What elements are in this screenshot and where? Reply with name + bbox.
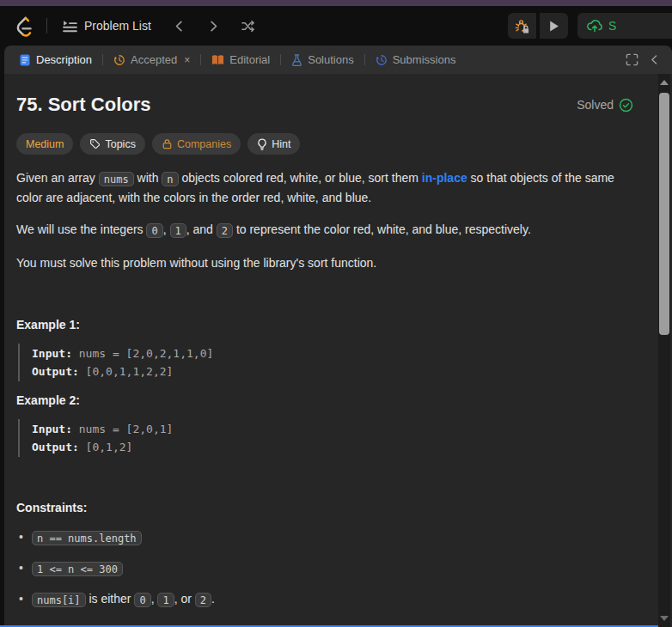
inline-code: nums[i] bbox=[32, 593, 86, 607]
flask-icon bbox=[291, 54, 302, 66]
cloud-upload-icon bbox=[586, 17, 603, 34]
inline-code: 1 bbox=[157, 593, 174, 607]
inline-code: 2 bbox=[195, 593, 211, 607]
problem-list-button[interactable]: Problem List bbox=[56, 14, 158, 39]
tab-editorial[interactable]: Editorial bbox=[205, 49, 276, 70]
submit-button[interactable]: S bbox=[577, 13, 672, 39]
tab-description-label: Description bbox=[36, 53, 92, 66]
tabbar-right-group bbox=[626, 53, 665, 66]
input-value: nums = [2,0,1] bbox=[72, 423, 173, 435]
chevron-left-icon bbox=[173, 20, 186, 33]
window-top-strip bbox=[0, 0, 672, 6]
output-value: [0,0,1,1,2,2] bbox=[79, 365, 174, 378]
inline-code: n bbox=[162, 172, 178, 186]
scrollbar-down-arrow[interactable] bbox=[658, 612, 670, 624]
next-problem-button[interactable] bbox=[201, 13, 227, 39]
topics-label: Topics bbox=[105, 138, 135, 150]
solved-status: Solved bbox=[577, 98, 633, 113]
tab-accepted[interactable]: Accepted × bbox=[107, 49, 196, 70]
lock-icon bbox=[162, 138, 173, 149]
input-label: Input: bbox=[32, 347, 72, 360]
chevron-right-icon bbox=[207, 20, 220, 33]
check-circle-icon bbox=[619, 98, 633, 113]
tab-submissions[interactable]: Submissions bbox=[370, 49, 462, 70]
inline-code: n == nums.length bbox=[32, 531, 142, 545]
fullscreen-icon bbox=[626, 53, 638, 66]
debugger-lock-icon bbox=[514, 18, 530, 34]
tab-divider bbox=[364, 54, 365, 65]
difficulty-badge[interactable]: Medium bbox=[16, 133, 73, 155]
constraint-item: n == nums.length bbox=[16, 527, 633, 547]
title-row: 75. Sort Colors Solved bbox=[16, 92, 633, 118]
problem-title: 75. Sort Colors bbox=[16, 92, 150, 118]
scrollbar-up-arrow[interactable] bbox=[658, 76, 670, 88]
tag-icon bbox=[89, 138, 101, 149]
problem-content: 75. Sort Colors Solved Medium Topics bbox=[4, 74, 659, 627]
example-2-label: Example 2: bbox=[16, 393, 633, 407]
submit-label: S bbox=[608, 19, 616, 33]
leetcode-logo-icon bbox=[13, 15, 34, 37]
inline-code: 1 <= n <= 300 bbox=[32, 562, 123, 576]
book-icon bbox=[211, 54, 224, 66]
description-icon bbox=[19, 54, 31, 66]
scrollbar-thumb[interactable] bbox=[659, 93, 669, 335]
chevron-left-icon bbox=[649, 54, 660, 65]
description-panel: Description Accepted × Editorial bbox=[4, 46, 672, 627]
companies-button[interactable]: Companies bbox=[152, 133, 241, 155]
inline-code: nums bbox=[99, 172, 134, 186]
example-2-block: Input: nums = [2,0,1] Output: [0,1,2] bbox=[18, 419, 633, 457]
input-label: Input: bbox=[32, 423, 72, 435]
run-button[interactable] bbox=[540, 13, 568, 39]
example-1-block: Input: nums = [2,0,2,1,1,0] Output: [0,0… bbox=[18, 344, 633, 381]
topics-button[interactable]: Topics bbox=[80, 133, 144, 155]
play-icon bbox=[547, 20, 560, 33]
output-value: [0,1,2] bbox=[79, 441, 133, 454]
inline-code: 0 bbox=[134, 593, 150, 607]
tab-solutions-label: Solutions bbox=[308, 53, 353, 66]
tab-divider bbox=[200, 54, 201, 65]
solved-label: Solved bbox=[577, 98, 614, 112]
close-icon[interactable]: × bbox=[184, 55, 190, 65]
problem-list-icon bbox=[63, 19, 77, 33]
lightbulb-icon bbox=[257, 138, 267, 150]
inline-code: 1 bbox=[170, 223, 186, 238]
inline-code: 2 bbox=[217, 223, 233, 238]
top-navbar: Problem List bbox=[0, 6, 672, 46]
random-problem-button[interactable] bbox=[235, 13, 261, 39]
example-1-label: Example 1: bbox=[16, 318, 633, 332]
description-paragraph-2: We will use the integers 0, 1, and 2 to … bbox=[16, 221, 633, 240]
tab-description[interactable]: Description bbox=[13, 49, 98, 70]
constraint-list: n == nums.length 1 <= n <= 300 nums[i] i… bbox=[16, 527, 633, 609]
tab-submissions-label: Submissions bbox=[393, 53, 456, 66]
leetcode-logo[interactable] bbox=[9, 11, 38, 40]
nav-divider bbox=[46, 18, 47, 33]
constraint-item: 1 <= n <= 300 bbox=[16, 558, 633, 578]
submissions-history-icon bbox=[376, 54, 388, 66]
constraint-item: nums[i] is either 0, 1, or 2. bbox=[16, 589, 633, 609]
description-paragraph-3: You must solve this problem without usin… bbox=[16, 254, 633, 273]
history-icon bbox=[113, 54, 125, 66]
companies-label: Companies bbox=[177, 138, 231, 150]
hint-label: Hint bbox=[272, 138, 290, 150]
expand-button[interactable] bbox=[626, 53, 638, 66]
inline-link[interactable]: in-place bbox=[422, 171, 467, 185]
input-value: nums = [2,0,2,1,1,0] bbox=[72, 347, 213, 360]
hint-button[interactable]: Hint bbox=[247, 133, 300, 155]
output-label: Output: bbox=[32, 365, 79, 378]
inline-code: 0 bbox=[146, 223, 162, 238]
shuffle-icon bbox=[241, 19, 255, 33]
output-label: Output: bbox=[32, 441, 79, 454]
tab-editorial-label: Editorial bbox=[229, 53, 270, 66]
description-paragraph-1: Given an array nums with n objects color… bbox=[16, 169, 633, 207]
constraints-label: Constraints: bbox=[16, 501, 633, 514]
collapse-panel-button[interactable] bbox=[649, 54, 660, 65]
difficulty-label: Medium bbox=[26, 138, 64, 150]
problem-list-label: Problem List bbox=[84, 19, 151, 33]
panel-tabbar: Description Accepted × Editorial bbox=[4, 46, 672, 74]
prev-problem-button[interactable] bbox=[167, 13, 192, 39]
nav-right-group: S bbox=[508, 13, 672, 39]
nav-left-group: Problem List bbox=[9, 11, 261, 40]
tag-row: Medium Topics Companies bbox=[16, 133, 633, 155]
debug-button[interactable] bbox=[508, 13, 536, 39]
tab-solutions[interactable]: Solutions bbox=[285, 49, 359, 70]
